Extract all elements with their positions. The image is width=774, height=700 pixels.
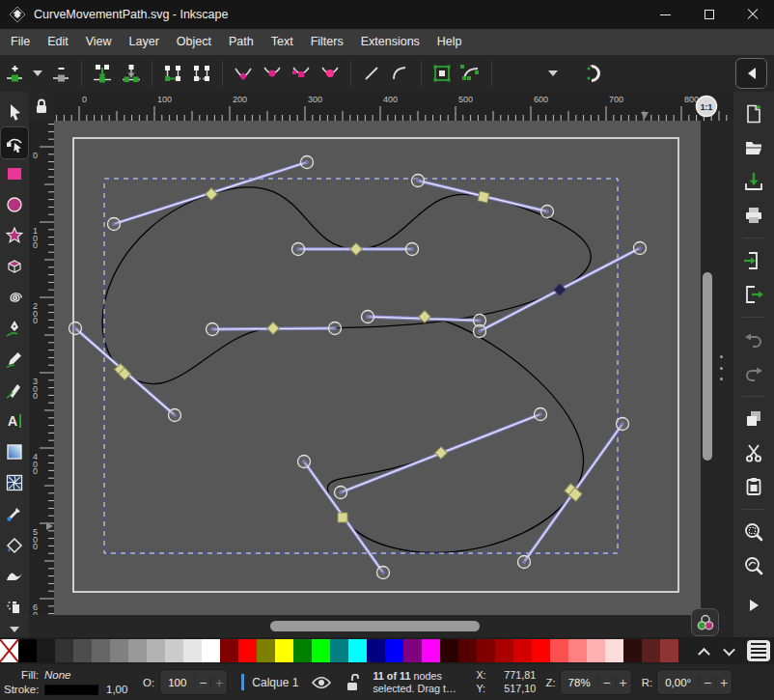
- tool-star[interactable]: [1, 220, 28, 251]
- drawing-canvas[interactable]: [54, 121, 701, 615]
- opacity-spinbox[interactable]: 100 − +: [159, 669, 228, 695]
- zoom-decrease-button[interactable]: −: [598, 675, 615, 690]
- maximize-button[interactable]: [687, 0, 731, 29]
- x-options-dropdown[interactable]: [544, 59, 562, 88]
- stroke-width-value[interactable]: 1,00: [100, 684, 133, 695]
- palette-swatch-4d4d4d[interactable]: [73, 639, 92, 662]
- palette-swatch-e6e6e6[interactable]: [183, 639, 202, 662]
- layer-lock-open-icon[interactable]: [345, 674, 359, 691]
- opacity-increase-button[interactable]: +: [210, 675, 227, 690]
- tool-selector[interactable]: [1, 97, 28, 127]
- tool-gradient[interactable]: [1, 436, 28, 467]
- tool-tweak[interactable]: [1, 560, 28, 591]
- palette-swatch-008000[interactable]: [293, 639, 312, 662]
- layer-indicator[interactable]: Calque 1: [241, 674, 298, 690]
- palette-swatch-000080[interactable]: [367, 639, 385, 662]
- insert-node-button[interactable]: [0, 59, 29, 88]
- insert-node-dropdown[interactable]: [29, 59, 46, 88]
- document-save-button[interactable]: [739, 167, 768, 196]
- horizontal-scroll-track[interactable]: [54, 615, 701, 637]
- palette-menu-button[interactable]: [747, 640, 770, 661]
- palette-swatch-666666[interactable]: [92, 639, 110, 662]
- palette-swatch-1a1a1a[interactable]: [37, 639, 55, 662]
- tool-spray[interactable]: [1, 591, 28, 622]
- zoom-selection-button[interactable]: [739, 518, 768, 546]
- tool-ellipse[interactable]: [1, 189, 28, 220]
- palette-swatch-aa0000[interactable]: [495, 639, 513, 662]
- palette-swatch-5c1f1f[interactable]: [642, 639, 660, 662]
- delete-node-button[interactable]: [46, 59, 75, 88]
- palette-swatch-550000[interactable]: [458, 639, 477, 662]
- palette-swatch-333333[interactable]: [55, 639, 73, 662]
- object-to-path-button[interactable]: [428, 59, 456, 88]
- palette-swatch-8f3333[interactable]: [660, 639, 678, 662]
- tool-mesh-gradient[interactable]: [1, 467, 28, 498]
- color-managed-display-button[interactable]: [691, 608, 719, 636]
- minimize-button[interactable]: [644, 0, 687, 29]
- menu-edit[interactable]: Edit: [39, 29, 77, 55]
- menu-file[interactable]: File: [2, 29, 39, 55]
- tool-3d-box[interactable]: [1, 251, 28, 282]
- ruler-corner[interactable]: [29, 92, 54, 121]
- rotation-decrease-button[interactable]: −: [699, 675, 715, 690]
- palette-swatch-ff0000[interactable]: [238, 639, 257, 662]
- redo-button[interactable]: [739, 359, 768, 388]
- palette-swatch-ff8080[interactable]: [568, 639, 587, 662]
- palette-swatch-2b0d0d[interactable]: [623, 639, 642, 662]
- palette-swatch-none[interactable]: [0, 639, 18, 662]
- menu-layer[interactable]: Layer: [121, 29, 168, 55]
- menu-filters[interactable]: Filters: [302, 29, 352, 55]
- opacity-value[interactable]: 100: [160, 677, 194, 688]
- rotation-spinbox[interactable]: 0,00° − +: [656, 669, 733, 695]
- dock-handle-dots[interactable]: [718, 355, 724, 380]
- palette-swatch-800080[interactable]: [403, 639, 422, 662]
- palette-swatch-808000[interactable]: [257, 639, 275, 662]
- palette-swatch-800000[interactable]: [477, 639, 495, 662]
- menu-text[interactable]: Text: [263, 29, 302, 55]
- palette-swatch-ffff00[interactable]: [275, 639, 293, 662]
- tool-paint-bucket[interactable]: [1, 529, 28, 560]
- bezier-path-1[interactable]: [102, 187, 591, 384]
- smooth-node-button[interactable]: [258, 59, 287, 88]
- palette-scroll-up-button[interactable]: [691, 639, 716, 662]
- opacity-decrease-button[interactable]: −: [194, 675, 210, 690]
- palette-swatch-00ffff[interactable]: [348, 639, 367, 662]
- menu-path[interactable]: Path: [220, 29, 263, 55]
- transform-handles-button[interactable]: [579, 59, 608, 88]
- palette-swatch-00ff00[interactable]: [312, 639, 330, 662]
- document-print-button[interactable]: [739, 201, 768, 230]
- horizontal-ruler[interactable]: 0100200300400500600700800: [54, 92, 733, 121]
- zoom-increase-button[interactable]: +: [615, 675, 631, 690]
- palette-swatch-ff00ff[interactable]: [422, 639, 440, 662]
- rotation-increase-button[interactable]: +: [715, 675, 732, 690]
- break-nodes-button[interactable]: [117, 59, 146, 88]
- document-open-button[interactable]: [739, 133, 768, 162]
- path-node-diamond[interactable]: [419, 311, 431, 323]
- tool-calligraphy[interactable]: [1, 375, 28, 406]
- zoom-value[interactable]: 78%: [561, 677, 598, 688]
- rotation-value[interactable]: 0,00°: [657, 677, 699, 688]
- menu-view[interactable]: View: [77, 29, 121, 55]
- palette-swatch-008080[interactable]: [330, 639, 348, 662]
- delete-segment-button[interactable]: [187, 59, 216, 88]
- path-node-square[interactable]: [338, 513, 347, 522]
- document-export-button[interactable]: [739, 280, 768, 309]
- duplicate-button[interactable]: [739, 405, 768, 434]
- path-node-diamond[interactable]: [435, 447, 448, 460]
- line-segment-button[interactable]: [357, 59, 386, 88]
- path-node-diamond[interactable]: [267, 322, 280, 335]
- paste-button[interactable]: [739, 472, 768, 501]
- curve-segment-button[interactable]: [386, 59, 415, 88]
- tool-spiral[interactable]: [1, 282, 28, 313]
- collapse-commands-bar-button[interactable]: [735, 58, 767, 89]
- palette-swatch-2b0000[interactable]: [440, 639, 458, 662]
- more-tools-button[interactable]: [1, 622, 28, 637]
- fill-stroke-indicator[interactable]: Fill: None Stroke: 1,00: [4, 668, 133, 697]
- close-button[interactable]: [731, 0, 774, 29]
- stroke-color-swatch[interactable]: [44, 685, 98, 695]
- palette-swatch-ff5050[interactable]: [550, 639, 568, 662]
- auto-smooth-node-button[interactable]: [316, 59, 345, 88]
- bezier-path-2[interactable]: [327, 317, 583, 552]
- layer-name[interactable]: Calque 1: [252, 676, 298, 689]
- palette-swatch-ffdcdc[interactable]: [605, 639, 623, 662]
